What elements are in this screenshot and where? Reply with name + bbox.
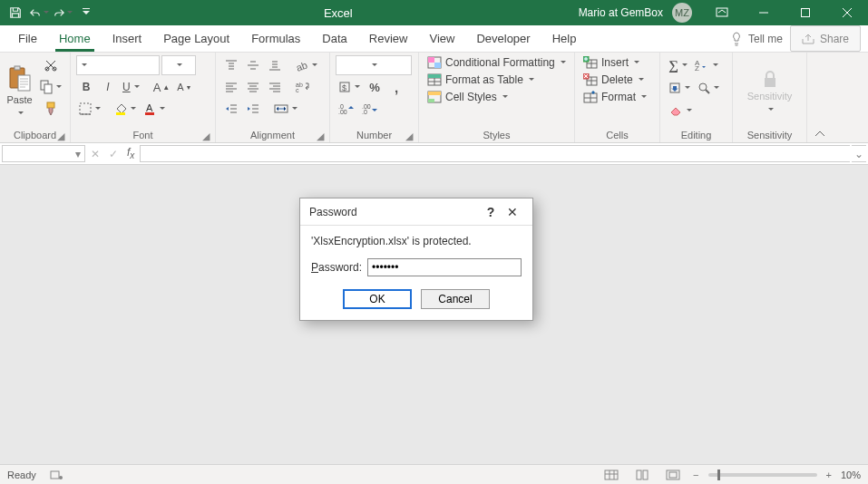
svg-text:.0: .0 xyxy=(362,109,367,114)
cancel-button[interactable]: Cancel xyxy=(421,289,490,309)
zoom-slider[interactable] xyxy=(708,473,817,477)
accounting-format[interactable]: $ xyxy=(336,77,363,97)
save-icon[interactable] xyxy=(4,2,27,24)
ribbon-display-options[interactable] xyxy=(703,0,741,25)
fill-color-button[interactable] xyxy=(112,99,139,119)
svg-rect-41 xyxy=(765,78,775,87)
group-label-font: Font xyxy=(132,130,152,140)
tab-review[interactable]: Review xyxy=(358,25,419,52)
group-label-editing: Editing xyxy=(681,130,712,140)
tab-page-layout[interactable]: Page Layout xyxy=(152,25,240,52)
view-page-break[interactable] xyxy=(662,467,684,483)
increase-indent[interactable] xyxy=(243,99,263,119)
sort-filter-button[interactable]: AZ xyxy=(692,55,721,75)
share-button[interactable]: Share xyxy=(790,25,861,52)
svg-rect-10 xyxy=(80,103,91,114)
align-center[interactable] xyxy=(243,77,263,97)
conditional-formatting-button[interactable]: Conditional Formatting xyxy=(424,55,569,70)
view-page-layout[interactable] xyxy=(631,467,653,483)
align-top[interactable] xyxy=(221,55,241,75)
customize-qat[interactable] xyxy=(74,2,98,24)
cells-insert-button[interactable]: Insert xyxy=(580,55,654,70)
svg-rect-44 xyxy=(605,470,618,479)
font-color-button[interactable]: A xyxy=(141,99,168,119)
launcher-alignment[interactable]: ◢ xyxy=(315,131,326,141)
find-select-button[interactable] xyxy=(695,78,722,98)
font-name[interactable] xyxy=(76,55,160,75)
autosum-button[interactable]: ∑ xyxy=(666,55,690,75)
avatar[interactable]: MZ xyxy=(672,3,692,23)
format-painter-button[interactable] xyxy=(37,99,64,119)
tab-formulas[interactable]: Formulas xyxy=(240,25,311,52)
tab-home[interactable]: Home xyxy=(48,25,102,52)
svg-text:Z: Z xyxy=(695,64,699,72)
formula-bar[interactable] xyxy=(140,145,850,162)
dialog-help-button[interactable]: ? xyxy=(480,201,502,223)
group-label-clipboard: Clipboard xyxy=(14,130,56,140)
tab-developer[interactable]: Developer xyxy=(465,25,541,52)
redo-button[interactable] xyxy=(51,2,74,24)
percent-format[interactable]: % xyxy=(365,77,385,97)
ok-button[interactable]: OK xyxy=(343,289,412,309)
macro-record-icon[interactable] xyxy=(45,467,67,483)
cell-styles-button[interactable]: Cell Styles xyxy=(424,90,569,104)
merge-center-button[interactable] xyxy=(271,99,300,119)
svg-rect-4 xyxy=(18,75,30,91)
launcher-font[interactable]: ◢ xyxy=(200,131,211,141)
wrap-text-button[interactable]: abc xyxy=(293,77,313,97)
view-normal[interactable] xyxy=(600,467,622,483)
clear-button[interactable] xyxy=(666,101,695,121)
undo-button[interactable] xyxy=(27,2,51,24)
tab-view[interactable]: View xyxy=(418,25,465,52)
svg-rect-45 xyxy=(637,470,641,479)
tab-insert[interactable]: Insert xyxy=(102,25,153,52)
align-middle[interactable] xyxy=(243,55,263,75)
underline-button[interactable]: U xyxy=(120,77,142,97)
cut-button[interactable] xyxy=(37,55,64,75)
align-bottom[interactable] xyxy=(265,55,285,75)
tab-data[interactable]: Data xyxy=(311,25,357,52)
decrease-decimal[interactable]: .00.0 xyxy=(359,99,381,119)
close-button[interactable] xyxy=(828,0,866,25)
grow-font-button[interactable]: A▲ xyxy=(151,77,173,97)
shrink-font-button[interactable]: A▼ xyxy=(174,77,194,97)
format-as-table-button[interactable]: Format as Table xyxy=(424,73,569,87)
status-ready: Ready xyxy=(7,469,36,480)
paste-button[interactable]: Paste xyxy=(5,55,34,129)
zoom-in[interactable]: + xyxy=(826,469,832,480)
lightbulb-icon xyxy=(730,32,743,46)
password-input[interactable] xyxy=(367,258,522,276)
fill-button[interactable] xyxy=(666,78,693,98)
launcher-number[interactable]: ◢ xyxy=(404,131,414,141)
group-label-sensitivity: Sensitivity xyxy=(747,130,793,140)
svg-rect-28 xyxy=(428,74,441,78)
tab-file[interactable]: File xyxy=(7,25,48,52)
tell-me-search[interactable]: Tell me xyxy=(730,25,783,52)
expand-formula-bar[interactable]: ⌄ xyxy=(852,145,866,162)
collapse-ribbon[interactable] xyxy=(807,53,833,142)
comma-format[interactable]: , xyxy=(386,77,406,97)
bold-button[interactable]: B xyxy=(76,77,96,97)
dialog-close-button[interactable]: ✕ xyxy=(502,201,523,223)
cells-format-button[interactable]: Format xyxy=(580,90,654,104)
align-right[interactable] xyxy=(265,77,285,97)
borders-button[interactable] xyxy=(76,99,103,119)
svg-rect-8 xyxy=(44,84,52,93)
copy-button[interactable] xyxy=(37,77,64,97)
fx-icon[interactable]: fx xyxy=(127,146,134,160)
cells-delete-button[interactable]: Delete xyxy=(580,73,654,87)
orientation-button[interactable]: ab xyxy=(293,55,320,75)
launcher-clipboard[interactable]: ◢ xyxy=(55,131,66,141)
align-left[interactable] xyxy=(221,77,241,97)
zoom-out[interactable]: − xyxy=(693,469,698,480)
font-size[interactable] xyxy=(161,55,196,75)
zoom-level[interactable]: 10% xyxy=(841,469,861,480)
minimize-button[interactable] xyxy=(745,0,783,25)
name-box[interactable]: ▾ xyxy=(2,145,85,162)
decrease-indent[interactable] xyxy=(221,99,241,119)
number-format[interactable] xyxy=(336,55,412,75)
tab-help[interactable]: Help xyxy=(541,25,588,52)
maximize-button[interactable] xyxy=(786,0,824,25)
italic-button[interactable]: I xyxy=(98,77,118,97)
increase-decimal[interactable]: .0.00 xyxy=(336,99,357,119)
